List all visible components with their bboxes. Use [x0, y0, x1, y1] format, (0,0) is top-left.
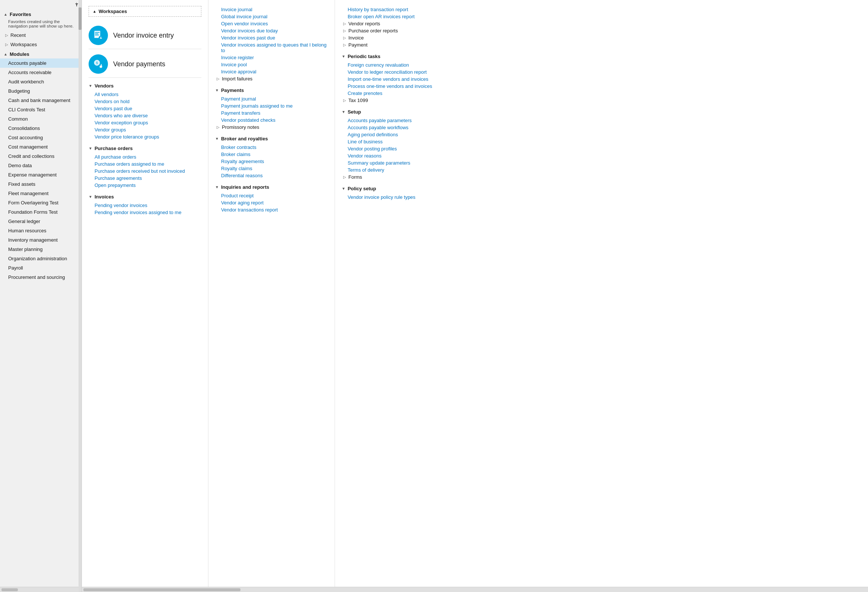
- link-vendor-groups[interactable]: Vendor groups: [89, 126, 201, 133]
- sidebar-item-cost-accounting[interactable]: Cost accounting: [0, 133, 81, 142]
- invoice-col-header[interactable]: ▷ Invoice: [342, 34, 861, 41]
- link-vendors-diverse[interactable]: Vendors who are diverse: [89, 112, 201, 119]
- sidebar-item-cost-management[interactable]: Cost management: [0, 142, 81, 152]
- sidebar-item-audit-workbench[interactable]: Audit workbench: [0, 77, 81, 86]
- sidebar-item-cli-controls[interactable]: CLI Controls Test: [0, 105, 81, 114]
- sidebar-item-credit-collections[interactable]: Credit and collections: [0, 152, 81, 161]
- sidebar-item-expense-management[interactable]: Expense management: [0, 170, 81, 179]
- policy-setup-section-header[interactable]: ▼ Policy setup: [342, 186, 861, 191]
- link-history-by-transaction[interactable]: History by transaction report: [342, 6, 861, 13]
- sidebar-item-demo-data[interactable]: Demo data: [0, 161, 81, 170]
- forms-col-header[interactable]: ▷ Forms: [342, 174, 861, 180]
- link-invoice-approval[interactable]: Invoice approval: [215, 68, 328, 75]
- sidebar-item-common[interactable]: Common: [0, 114, 81, 124]
- sidebar-item-inventory-management[interactable]: Inventory management: [0, 235, 81, 245]
- import-failures-header[interactable]: ▷ Import failures: [215, 75, 328, 82]
- link-vendor-postdated-checks[interactable]: Vendor postdated checks: [215, 117, 328, 124]
- payment-col-header[interactable]: ▷ Payment: [342, 41, 861, 49]
- link-vendors-past-due[interactable]: Vendors past due: [89, 105, 201, 112]
- link-purchase-agreements[interactable]: Purchase agreements: [89, 175, 201, 182]
- link-ap-workflows[interactable]: Accounts payable workflows: [342, 124, 861, 131]
- link-pending-vendor-invoices-assigned-me[interactable]: Pending vendor invoices assigned to me: [89, 209, 201, 216]
- periodic-tasks-section-header[interactable]: ▼ Periodic tasks: [342, 54, 861, 59]
- sidebar-item-human-resources[interactable]: Human resources: [0, 226, 81, 235]
- link-differential-reasons[interactable]: Differential reasons: [215, 172, 328, 179]
- link-vendor-exception-groups[interactable]: Vendor exception groups: [89, 119, 201, 126]
- sidebar-item-foundation-forms[interactable]: Foundation Forms Test: [0, 207, 81, 217]
- workspace-card-vendor-invoice[interactable]: Vendor invoice entry: [89, 22, 201, 49]
- sidebar-item-form-overlayering[interactable]: Form Overlayering Test: [0, 198, 81, 207]
- sidebar-item-fleet-management[interactable]: Fleet management: [0, 189, 81, 198]
- vendor-reports-header[interactable]: ▷ Vendor reports: [342, 20, 861, 27]
- link-invoice-pool[interactable]: Invoice pool: [215, 61, 328, 68]
- link-royalty-agreements[interactable]: Royalty agreements: [215, 158, 328, 165]
- link-import-one-time-vendors[interactable]: Import one-time vendors and invoices: [342, 75, 861, 83]
- link-vendor-transactions-report[interactable]: Vendor transactions report: [215, 206, 328, 213]
- link-broker-open-ar-invoices[interactable]: Broker open AR invoices report: [342, 13, 861, 20]
- link-product-receipt[interactable]: Product receipt: [215, 192, 328, 199]
- setup-section-header[interactable]: ▼ Setup: [342, 109, 861, 115]
- workspace-card-vendor-payments[interactable]: $ Vendor payments: [89, 51, 201, 78]
- payments-section-header[interactable]: ▼ Payments: [215, 87, 328, 93]
- link-foreign-currency-revaluation[interactable]: Foreign currency revaluation: [342, 61, 861, 68]
- link-broker-claims[interactable]: Broker claims: [215, 151, 328, 158]
- link-purchase-orders-received-not-invoiced[interactable]: Purchase orders received but not invoice…: [89, 168, 201, 175]
- link-payment-transfers[interactable]: Payment transfers: [215, 109, 328, 117]
- sidebar-item-budgeting[interactable]: Budgeting: [0, 86, 81, 96]
- inquiries-reports-section-header[interactable]: ▼ Inquiries and reports: [215, 184, 328, 190]
- sidebar-item-fixed-assets[interactable]: Fixed assets: [0, 179, 81, 189]
- link-invoice-journal[interactable]: Invoice journal: [215, 6, 328, 13]
- tax-1099-header[interactable]: ▷ Tax 1099: [342, 97, 861, 104]
- link-invoice-register[interactable]: Invoice register: [215, 54, 328, 61]
- link-vendor-posting-profiles[interactable]: Vendor posting profiles: [342, 145, 861, 152]
- link-terms-of-delivery[interactable]: Terms of delivery: [342, 167, 861, 174]
- vendors-section-header[interactable]: ▼ Vendors: [89, 83, 201, 89]
- link-payment-journals-assigned-me[interactable]: Payment journals assigned to me: [215, 102, 328, 109]
- link-all-purchase-orders[interactable]: All purchase orders: [89, 154, 201, 161]
- link-vendor-invoice-policy-rule-types[interactable]: Vendor invoice policy rule types: [342, 193, 861, 201]
- sidebar-section-favorites[interactable]: ▲ Favorites: [0, 9, 81, 19]
- sidebar-item-cash-bank[interactable]: Cash and bank management: [0, 96, 81, 105]
- sidebar-section-recent[interactable]: ▷ Recent: [0, 31, 81, 40]
- link-line-of-business[interactable]: Line of business: [342, 138, 861, 145]
- broker-royalties-section-header[interactable]: ▼ Broker and royalties: [215, 136, 328, 142]
- sidebar-item-procurement[interactable]: Procurement and sourcing: [0, 273, 81, 282]
- sidebar-item-accounts-payable[interactable]: Accounts payable: [0, 59, 81, 68]
- sidebar-item-master-planning[interactable]: Master planning: [0, 245, 81, 254]
- purchase-orders-section-header[interactable]: ▼ Purchase orders: [89, 146, 201, 151]
- link-vendor-invoices-assigned-queues[interactable]: Vendor invoices assigned to queues that …: [215, 41, 328, 54]
- link-purchase-orders-assigned-me[interactable]: Purchase orders assigned to me: [89, 161, 201, 168]
- sidebar-horizontal-scrollbar[interactable]: [1, 588, 18, 591]
- purchase-order-reports-header[interactable]: ▷ Purchase order reports: [342, 27, 861, 34]
- link-open-vendor-invoices[interactable]: Open vendor invoices: [215, 20, 328, 27]
- sidebar-item-payroll[interactable]: Payroll: [0, 263, 81, 273]
- link-process-one-time-vendors[interactable]: Process one-time vendors and invoices: [342, 83, 861, 90]
- sidebar-item-accounts-receivable[interactable]: Accounts receivable: [0, 68, 81, 77]
- sidebar-vertical-scrollbar[interactable]: [78, 0, 81, 592]
- sidebar-section-modules[interactable]: ▲ Modules: [0, 49, 81, 59]
- link-summary-update-parameters[interactable]: Summary update parameters: [342, 159, 861, 167]
- link-payment-journal[interactable]: Payment journal: [215, 95, 328, 102]
- main-horizontal-scrollbar[interactable]: [83, 588, 241, 591]
- link-create-prenotes[interactable]: Create prenotes: [342, 90, 861, 97]
- promissory-notes-header[interactable]: ▷ Promissory notes: [215, 124, 328, 131]
- link-vendor-invoices-due-today[interactable]: Vendor invoices due today: [215, 27, 328, 34]
- workspaces-section-header[interactable]: ▲ Workspaces: [89, 6, 201, 17]
- sidebar-section-workspaces[interactable]: ▷ Workspaces: [0, 40, 81, 49]
- sidebar-item-general-ledger[interactable]: General ledger: [0, 217, 81, 226]
- link-ap-parameters[interactable]: Accounts payable parameters: [342, 117, 861, 124]
- link-all-vendors[interactable]: All vendors: [89, 91, 201, 98]
- sidebar-item-consolidations[interactable]: Consolidations: [0, 124, 81, 133]
- link-broker-contracts[interactable]: Broker contracts: [215, 144, 328, 151]
- link-global-invoice-journal[interactable]: Global invoice journal: [215, 13, 328, 20]
- link-royalty-claims[interactable]: Royalty claims: [215, 165, 328, 172]
- sidebar-item-org-admin[interactable]: Organization administration: [0, 254, 81, 263]
- invoices-section-header[interactable]: ▼ Invoices: [89, 194, 201, 199]
- link-vendor-aging-report[interactable]: Vendor aging report: [215, 199, 328, 206]
- link-vendor-ledger-reconciliation[interactable]: Vendor to ledger reconciliation report: [342, 68, 861, 75]
- link-pending-vendor-invoices[interactable]: Pending vendor invoices: [89, 202, 201, 209]
- link-aging-period-definitions[interactable]: Aging period definitions: [342, 131, 861, 138]
- link-vendors-on-hold[interactable]: Vendors on hold: [89, 98, 201, 105]
- link-vendor-reasons[interactable]: Vendor reasons: [342, 152, 861, 159]
- link-vendor-invoices-past-due[interactable]: Vendor invoices past due: [215, 34, 328, 41]
